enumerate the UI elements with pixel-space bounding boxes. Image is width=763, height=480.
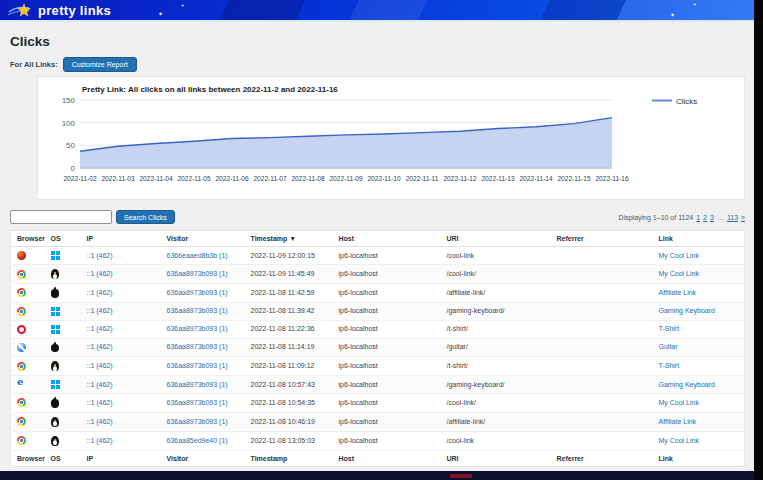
search-clicks-button[interactable]: Search Clicks xyxy=(116,210,175,224)
ip-link[interactable]: ::1 (462) xyxy=(87,381,113,388)
cell-uri: /cool-link xyxy=(441,431,551,450)
ip-link[interactable]: ::1 (462) xyxy=(87,307,113,314)
svg-text:150: 150 xyxy=(62,96,76,105)
cell-visitor: 636aa8973b093 (1) xyxy=(161,302,245,320)
svg-text:2022-11-12: 2022-11-12 xyxy=(443,175,477,182)
ip-link[interactable]: ::1 (462) xyxy=(87,437,113,444)
customize-report-button[interactable]: Customize Report xyxy=(63,57,137,72)
pretty-link[interactable]: My Cool Link xyxy=(659,252,699,259)
visitor-link[interactable]: 636aa8973b093 (1) xyxy=(167,307,228,314)
pretty-link[interactable]: My Cool Link xyxy=(659,399,699,406)
page-last-link[interactable]: 113 xyxy=(727,214,738,221)
ip-link[interactable]: ::1 (462) xyxy=(87,343,113,350)
svg-text:2022-11-02: 2022-11-02 xyxy=(63,175,97,182)
table-footer-header-row: BrowserOSIPVisitorTimestampHostURIReferr… xyxy=(11,450,745,466)
column-header-visitor[interactable]: Visitor xyxy=(161,231,245,247)
visitor-link[interactable]: 636aa8973b093 (1) xyxy=(167,399,228,406)
page-3-link[interactable]: 3 xyxy=(710,214,714,221)
column-header-timestamp[interactable]: Timestamp ▼ xyxy=(245,231,333,247)
cell-ip: ::1 (462) xyxy=(81,302,161,320)
pretty-link[interactable]: Gaming Keyboard xyxy=(659,381,715,388)
cell-visitor: 636aa85ed9e40 (1) xyxy=(161,431,245,450)
pretty-link[interactable]: Affiliate Link xyxy=(659,418,697,425)
page-1-link[interactable]: 1 xyxy=(696,214,700,221)
cell-os xyxy=(45,338,81,357)
cell-ip: ::1 (462) xyxy=(81,265,161,284)
pretty-link[interactable]: My Cool Link xyxy=(659,270,699,277)
page-2-link[interactable]: 2 xyxy=(703,214,707,221)
cell-uri: /t-shirt/ xyxy=(441,320,551,338)
search-input[interactable] xyxy=(10,210,112,224)
ip-link[interactable]: ::1 (462) xyxy=(87,399,113,406)
cell-uri: /gaming-keyboard/ xyxy=(441,302,551,320)
column-header-uri[interactable]: URI xyxy=(441,231,551,247)
pretty-link[interactable]: My Cool Link xyxy=(659,437,699,444)
cell-link: My Cool Link xyxy=(653,431,745,450)
cell-link: Gaming Keyboard xyxy=(653,376,745,394)
cell-os xyxy=(45,284,81,303)
cell-referrer xyxy=(551,284,653,303)
pretty-link[interactable]: T-Shirt xyxy=(659,325,680,332)
svg-text:2022-11-04: 2022-11-04 xyxy=(139,175,173,182)
cell-link: Affiliate Link xyxy=(653,284,745,303)
windows-os-icon xyxy=(51,325,60,334)
cell-ip: ::1 (462) xyxy=(81,394,161,413)
ip-link[interactable]: ::1 (462) xyxy=(87,325,113,332)
column-header-host[interactable]: Host xyxy=(333,231,441,247)
windows-os-icon xyxy=(51,307,60,316)
cell-os xyxy=(45,302,81,320)
svg-text:2022-11-11: 2022-11-11 xyxy=(406,175,439,182)
visitor-link[interactable]: 636aa8973b093 (1) xyxy=(167,418,228,425)
column-header-visitor: Visitor xyxy=(161,450,245,466)
column-header-os[interactable]: OS xyxy=(45,231,81,247)
ip-link[interactable]: ::1 (462) xyxy=(87,418,113,425)
cell-visitor: 636aa8973b093 (1) xyxy=(161,376,245,394)
linux-os-icon xyxy=(51,436,59,446)
clicks-area-chart: 0501001502022-11-022022-11-032022-11-042… xyxy=(44,94,648,192)
pretty-link[interactable]: Guitar xyxy=(659,343,678,350)
cell-timestamp: 2022-11-09 11:45:49 xyxy=(245,265,333,284)
apple-os-icon xyxy=(51,344,59,353)
ip-link[interactable]: ::1 (462) xyxy=(87,362,113,369)
pretty-links-logo: pretty links xyxy=(8,2,111,18)
svg-text:2022-11-10: 2022-11-10 xyxy=(367,175,401,182)
table-header-row: BrowserOSIPVisitorTimestamp ▼HostURIRefe… xyxy=(11,231,745,247)
ip-link[interactable]: ::1 (462) xyxy=(87,289,113,296)
visitor-link[interactable]: 636aa8973b093 (1) xyxy=(167,289,228,296)
cell-referrer xyxy=(551,302,653,320)
visitor-link[interactable]: 636aa85ed9e40 (1) xyxy=(167,437,228,444)
clicks-table: BrowserOSIPVisitorTimestamp ▼HostURIRefe… xyxy=(10,230,745,467)
pretty-link[interactable]: T-Shirt xyxy=(659,362,680,369)
column-header-ip[interactable]: IP xyxy=(81,231,161,247)
cell-os xyxy=(45,320,81,338)
cell-referrer xyxy=(551,265,653,284)
pretty-link[interactable]: Gaming Keyboard xyxy=(659,307,715,314)
visitor-link[interactable]: 636aa8973b093 (1) xyxy=(167,325,228,332)
column-header-referrer[interactable]: Referrer xyxy=(551,231,653,247)
pretty-link[interactable]: Affiliate Link xyxy=(659,289,697,296)
column-header-link[interactable]: Link xyxy=(653,231,745,247)
cell-host: ip6-localhost xyxy=(333,284,441,303)
ip-link[interactable]: ::1 (462) xyxy=(87,252,113,259)
visitor-link[interactable]: 636beaaed8b3b (1) xyxy=(167,252,228,259)
cell-timestamp: 2022-11-08 10:54:35 xyxy=(245,394,333,413)
cell-visitor: 636beaaed8b3b (1) xyxy=(161,247,245,265)
logo-text: pretty links xyxy=(38,3,111,18)
sparkle-icon xyxy=(693,2,696,8)
visitor-link[interactable]: 636aa8973b093 (1) xyxy=(167,343,228,350)
visitor-link[interactable]: 636aa8973b093 (1) xyxy=(167,270,228,277)
column-header-browser[interactable]: Browser xyxy=(11,231,45,247)
visitor-link[interactable]: 636aa8973b093 (1) xyxy=(167,381,228,388)
apple-os-icon xyxy=(51,399,59,408)
sparkle-icon xyxy=(158,11,163,17)
visitor-link[interactable]: 636aa8973b093 (1) xyxy=(167,362,228,369)
chrome-browser-icon xyxy=(17,288,26,297)
table-row: ::1 (462)636aa8973b093 (1)2022-11-08 11:… xyxy=(11,320,745,338)
page-next-link[interactable]: » xyxy=(741,214,745,221)
column-header-referrer: Referrer xyxy=(551,450,653,466)
svg-text:2022-11-05: 2022-11-05 xyxy=(177,175,211,182)
ip-link[interactable]: ::1 (462) xyxy=(87,270,113,277)
chrome-browser-icon xyxy=(17,307,26,316)
cell-uri: /cool-link/ xyxy=(441,265,551,284)
linux-os-icon xyxy=(51,417,59,427)
